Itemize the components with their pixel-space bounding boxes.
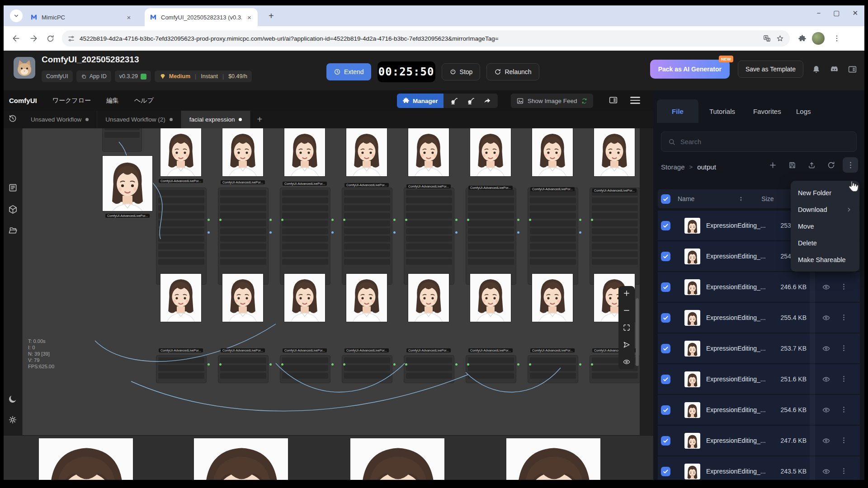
size-column-header[interactable]: Size <box>761 195 774 202</box>
pack-as-ai-generator-button[interactable]: Pack as AI Generator NEW <box>650 60 730 79</box>
row-checkbox[interactable] <box>661 375 670 384</box>
feed-image[interactable] <box>194 438 288 480</box>
node-preview-image[interactable] <box>222 274 263 322</box>
tab-close-icon[interactable]: × <box>245 14 253 21</box>
node-preview-image[interactable] <box>103 156 152 211</box>
tab-close-icon[interactable]: × <box>125 14 133 21</box>
node-title-label[interactable]: ComfyUI-AdvancedLivePor... <box>530 348 575 352</box>
bookmark-star-icon[interactable] <box>776 34 784 43</box>
relaunch-button[interactable]: Relaunch <box>486 63 539 80</box>
menu-item-move[interactable]: Move <box>791 218 859 235</box>
node-preview-image[interactable] <box>408 274 449 322</box>
preview-eye-icon[interactable] <box>822 283 830 291</box>
preview-eye-icon[interactable] <box>822 344 830 353</box>
node-preview-image[interactable] <box>160 274 201 322</box>
select-mode-icon[interactable] <box>623 339 631 350</box>
row-kebab-icon[interactable] <box>840 283 848 291</box>
file-search[interactable] <box>661 131 857 152</box>
breadcrumb-storage[interactable]: Storage <box>661 163 685 171</box>
browser-tab-mimicpc[interactable]: MimicPC × <box>25 8 137 26</box>
row-checkbox[interactable] <box>661 344 670 353</box>
tab-search-button[interactable] <box>10 9 23 22</box>
theme-moon-icon[interactable] <box>8 394 18 404</box>
fit-view-icon[interactable] <box>623 322 631 333</box>
canvas-scrollbar[interactable] <box>636 298 639 366</box>
back-icon[interactable] <box>12 34 21 43</box>
comfyui-menu[interactable]: ComfyUI <box>9 97 37 104</box>
hamburger-menu-icon[interactable] <box>630 95 640 106</box>
site-info-icon[interactable] <box>67 35 75 42</box>
workflows-folder-icon[interactable] <box>8 225 18 235</box>
reload-icon[interactable] <box>46 34 55 43</box>
browser-tab-comfyui[interactable]: ComfyUI_202505282313 (v0.3.2 × <box>145 8 258 26</box>
extend-button[interactable]: Extend <box>326 63 371 80</box>
row-kebab-icon[interactable] <box>840 436 848 445</box>
node-title-label[interactable]: ComfyUI-AdvancedLivePor... <box>468 348 513 352</box>
settings-gear-icon[interactable] <box>8 415 18 425</box>
row-checkbox[interactable] <box>661 467 670 476</box>
node-title-label[interactable]: ComfyUI-AdvancedLivePor... <box>159 179 203 183</box>
node-title-label[interactable]: ComfyUI-AdvancedLivePor... <box>406 184 451 188</box>
workflow-menu[interactable]: ワークフロー <box>52 97 91 105</box>
menu-item-download[interactable]: Download <box>791 201 859 218</box>
address-bar[interactable]: 4522b819-4d2a-4716-b3bc-7efd32095623-pro… <box>62 30 790 47</box>
preview-eye-icon[interactable] <box>822 436 830 445</box>
extensions-icon[interactable] <box>798 34 807 43</box>
save-icon[interactable] <box>784 157 800 173</box>
row-kebab-icon[interactable] <box>840 344 848 353</box>
node-title-label[interactable]: ComfyUI-AdvancedLivePor... <box>159 348 203 352</box>
share-icon[interactable] <box>483 97 491 105</box>
row-kebab-icon[interactable] <box>840 467 848 476</box>
upload-icon[interactable] <box>804 157 819 173</box>
menu-item-make-shareable[interactable]: Make Shareable <box>791 251 859 268</box>
show-image-feed-button[interactable]: Show Image Feed <box>511 94 593 108</box>
help-menu[interactable]: ヘルプ <box>134 97 154 105</box>
preview-eye-icon[interactable] <box>822 375 830 384</box>
edit-menu[interactable]: 編集 <box>106 97 119 105</box>
feed-image[interactable] <box>506 438 600 480</box>
translate-icon[interactable] <box>763 34 771 43</box>
feed-image[interactable] <box>39 438 133 480</box>
zoom-out-icon[interactable] <box>623 305 631 316</box>
sort-icon[interactable] <box>738 196 744 202</box>
menu-item-delete[interactable]: Delete <box>791 235 859 251</box>
browser-menu-icon[interactable] <box>833 34 841 42</box>
row-kebab-icon[interactable] <box>840 406 848 414</box>
app-id-badge[interactable]: App ID <box>76 70 111 82</box>
node-title-label[interactable]: ComfyUI-AdvancedLivePor... <box>468 186 513 190</box>
node-title-label[interactable]: ComfyUI-AdvancedLivePor... <box>283 348 327 352</box>
node-preview-image[interactable] <box>346 274 387 322</box>
more-kebab-icon[interactable] <box>843 157 858 173</box>
tab-favorites[interactable]: Favorites <box>746 99 788 123</box>
row-checkbox[interactable] <box>661 252 670 261</box>
tab-tutorials[interactable]: Tutorials <box>702 99 742 123</box>
workflow-tab-3-active[interactable]: facial expression <box>181 111 251 128</box>
file-row[interactable]: ExpressionEditing_...247.6 KB <box>658 426 860 455</box>
workflow-tab-2[interactable]: Unsaved Workflow (2) <box>97 111 181 128</box>
node-preview-image[interactable] <box>594 128 635 176</box>
preview-eye-icon[interactable] <box>822 314 830 322</box>
row-checkbox[interactable] <box>661 405 670 415</box>
window-minimize-button[interactable]: − <box>816 9 821 17</box>
node-title-label[interactable]: ComfyUI-AdvancedLivePor... <box>592 188 637 192</box>
preview-eye-icon[interactable] <box>822 467 830 476</box>
refresh-icon[interactable] <box>823 157 839 173</box>
clear-cache-icon[interactable] <box>467 97 475 105</box>
node-title-label[interactable]: ComfyUI-AdvancedLivePor... <box>221 348 265 352</box>
file-row[interactable]: ExpressionEditing_...253.7 KB <box>658 333 860 363</box>
breadcrumb-output[interactable]: output <box>697 163 716 171</box>
model-library-cube-icon[interactable] <box>8 204 18 215</box>
node-title-label[interactable]: ComfyUI-AdvancedLivePor... <box>105 214 150 218</box>
node-preview-image[interactable] <box>222 128 263 176</box>
node-preview-image[interactable] <box>470 128 511 176</box>
bottom-panel-icon[interactable] <box>609 95 618 105</box>
node-title-label[interactable]: ComfyUI-AdvancedLivePor... <box>221 180 265 184</box>
clear-workflow-icon[interactable] <box>450 97 458 105</box>
new-tab-button[interactable]: + <box>269 11 274 21</box>
file-row[interactable]: ExpressionEditing_...243.5 KB <box>658 456 860 480</box>
zoom-in-icon[interactable] <box>623 288 631 299</box>
node-preview-image[interactable] <box>284 128 325 176</box>
file-row[interactable]: ExpressionEditing_...255.4 KB <box>658 303 860 333</box>
row-kebab-icon[interactable] <box>840 375 848 384</box>
file-row[interactable]: ExpressionEditing_...251.6 KB <box>658 364 860 394</box>
